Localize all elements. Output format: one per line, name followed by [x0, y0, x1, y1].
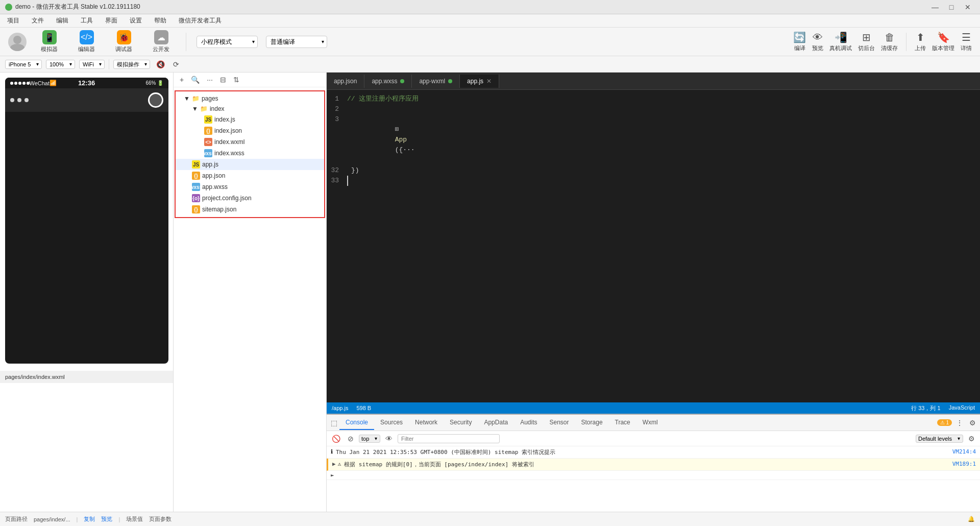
menu-item-edit[interactable]: 编辑 — [54, 15, 70, 26]
tab-trace[interactable]: Trace — [609, 416, 636, 430]
collapse-icon[interactable]: ⊞ — [395, 126, 399, 133]
tab-app-json[interactable]: app.json — [327, 75, 364, 88]
version-button[interactable]: 🔖 版本管理 — [932, 31, 954, 52]
status-params-button[interactable]: 页面参数 — [149, 515, 172, 523]
tab-app-js[interactable]: app.js ✕ — [460, 75, 499, 88]
console-eye-button[interactable]: 👁 — [383, 434, 395, 444]
console-clear-button[interactable]: 🚫 — [330, 434, 342, 444]
rotate-button[interactable]: ⟳ — [171, 59, 181, 69]
editor-area: app.json app.wxss app·wxml app.js ✕ 1 — [327, 73, 980, 526]
network-select-wrapper[interactable]: WiFi — [79, 60, 105, 69]
device-select[interactable]: iPhone 5 — [5, 60, 42, 69]
console-entry-link-1[interactable]: VM214:4 — [952, 448, 976, 455]
tree-item-index-wxml[interactable]: <> index.wxml — [176, 136, 324, 148]
devtools-more-button[interactable]: ⋮ — [954, 418, 965, 428]
preview-icon: 👁 — [813, 32, 823, 43]
tab-close-button[interactable]: ✕ — [486, 78, 492, 85]
preview-button[interactable]: 👁 预览 — [812, 32, 823, 52]
status-preview-button[interactable]: 预览 — [101, 515, 112, 523]
tree-item-project-config[interactable]: {o} project.config.json — [176, 193, 324, 204]
editor-button[interactable]: </> 编辑器 — [72, 28, 101, 55]
audio-button[interactable]: 🔇 — [154, 59, 167, 69]
console-levels-select[interactable]: Default levels — [916, 435, 963, 443]
compile-select-wrapper[interactable]: 普通编译 — [266, 36, 327, 48]
sim-record-button[interactable] — [148, 92, 163, 108]
backend-button[interactable]: ⊞ 切后台 — [858, 31, 875, 52]
avatar[interactable] — [8, 33, 27, 51]
mode-select-wrapper[interactable]: 小程序模式 — [197, 36, 258, 48]
tab-app-wxml[interactable]: app·wxml — [412, 75, 460, 88]
menu-item-settings[interactable]: 设置 — [128, 15, 144, 26]
tab-network[interactable]: Network — [409, 416, 444, 430]
menu-item-view[interactable]: 界面 — [103, 15, 119, 26]
tree-item-index-folder[interactable]: ▼ 📁 index — [176, 104, 324, 114]
status-bell-icon[interactable]: 🔔 — [968, 516, 975, 522]
menu-item-tools[interactable]: 工具 — [79, 15, 95, 26]
device-select-wrapper[interactable]: iPhone 5 — [5, 60, 42, 69]
tab-security[interactable]: Security — [444, 416, 478, 430]
tree-item-index-wxss[interactable]: wxss index.wxss — [176, 148, 324, 159]
code-line-3: 3 ⊞ App ({··· — [327, 114, 980, 165]
tree-item-pages[interactable]: ▼ 📁 pages — [176, 93, 324, 104]
zoom-select[interactable]: 100% — [46, 60, 75, 69]
collapse-all-button[interactable]: ⊟ — [218, 75, 228, 85]
add-file-button[interactable]: + — [178, 75, 186, 85]
tab-audits[interactable]: Audits — [514, 416, 543, 430]
upload-button[interactable]: ⬆ 上传 — [915, 31, 926, 52]
action-select-wrapper[interactable]: 模拟操作 — [113, 60, 150, 69]
tab-appdata[interactable]: AppData — [478, 416, 514, 430]
more-options-button[interactable]: ··· — [205, 75, 215, 85]
status-bar: 页面路径 pages/index/... | 复制 预览 | 场景值 页面参数 … — [0, 512, 980, 526]
tree-item-index-js[interactable]: JS index.js — [176, 114, 324, 125]
console-settings-button[interactable]: ⚙ — [966, 434, 977, 444]
nav-dot-1 — [10, 98, 14, 102]
details-button[interactable]: ☰ 详情 — [961, 31, 972, 52]
tree-item-app-json[interactable]: {} app.json — [176, 170, 324, 181]
simulator-button[interactable]: 📱 模拟器 — [35, 28, 64, 55]
console-filter-button[interactable]: ⊘ — [346, 434, 356, 444]
menu-item-project[interactable]: 项目 — [5, 15, 21, 26]
console-entry-link-2[interactable]: VM189:1 — [952, 461, 976, 467]
close-button[interactable]: ✕ — [961, 0, 975, 14]
tab-console[interactable]: Console — [339, 416, 374, 430]
tree-item-index-json[interactable]: {} index.json — [176, 125, 324, 136]
tree-item-sitemap[interactable]: {} sitemap.json — [176, 204, 324, 215]
console-expand-row[interactable]: ► — [327, 471, 980, 480]
editor-statusbar: /app.js 598 B 行 33，列 1 JavaScript — [327, 402, 980, 414]
menu-item-wechat[interactable]: 微信开发者工具 — [177, 15, 224, 26]
clear-cache-button[interactable]: 🗑 清缓存 — [881, 32, 898, 52]
menu-item-help[interactable]: 帮助 — [152, 15, 168, 26]
network-select[interactable]: WiFi — [79, 60, 105, 69]
devtools-settings-button[interactable]: ⚙ — [967, 418, 978, 428]
tab-sources[interactable]: Sources — [374, 416, 409, 430]
devtools-inspect-button[interactable]: ⬚ — [329, 418, 339, 428]
console-context-select[interactable]: top — [359, 435, 380, 443]
remote-debug-button[interactable]: 📲 真机调试 — [829, 31, 852, 52]
tab-audits-label: Audits — [520, 419, 537, 426]
maximize-button[interactable]: □ — [944, 0, 959, 14]
zoom-select-wrapper[interactable]: 100% — [46, 60, 75, 69]
tab-wxml[interactable]: Wxml — [636, 416, 664, 430]
tab-storage[interactable]: Storage — [575, 416, 609, 430]
warning-expand-arrow[interactable]: ▶ — [332, 461, 336, 467]
search-file-button[interactable]: 🔍 — [189, 75, 202, 85]
action-select[interactable]: 模拟操作 — [113, 60, 150, 69]
tree-item-app-js[interactable]: JS app.js — [176, 159, 324, 170]
tree-item-app-wxss[interactable]: wxss app.wxss — [176, 181, 324, 193]
debugger-button[interactable]: 🐞 调试器 — [109, 28, 138, 55]
compile-select[interactable]: 普通编译 — [266, 36, 327, 48]
console-filter-input[interactable] — [398, 434, 500, 443]
console-levels-wrapper[interactable]: Default levels — [916, 435, 963, 443]
compile-button[interactable]: 🔄 编译 — [793, 31, 806, 52]
tab-app-wxss[interactable]: app.wxss — [364, 75, 412, 88]
minimize-button[interactable]: — — [928, 0, 942, 14]
menu-item-file[interactable]: 文件 — [30, 15, 46, 26]
code-editor[interactable]: 1 // 这里注册小程序应用 2 3 ⊞ App ({··· 32 — [327, 90, 980, 402]
console-context-wrapper[interactable]: top — [359, 435, 380, 443]
status-scene-button[interactable]: 场景值 — [126, 515, 143, 523]
cloud-button[interactable]: ☁ 云开发 — [146, 28, 176, 55]
sort-button[interactable]: ⇅ — [231, 75, 241, 85]
status-copy-button[interactable]: 复制 — [84, 515, 95, 523]
tab-sensor[interactable]: Sensor — [544, 416, 575, 430]
mode-select[interactable]: 小程序模式 — [197, 36, 258, 48]
